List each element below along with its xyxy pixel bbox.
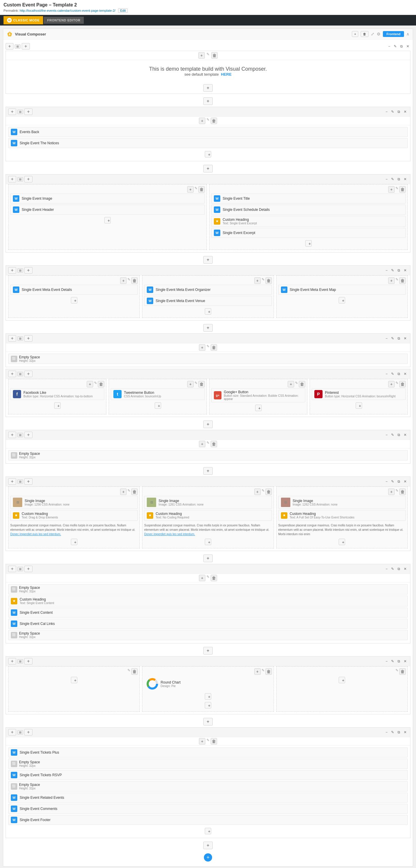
s7-col-add[interactable]: +: [199, 575, 205, 581]
s6-add2[interactable]: +: [24, 478, 32, 485]
s2-minus[interactable]: −: [384, 177, 389, 182]
s3-add2[interactable]: +: [24, 267, 32, 274]
s9-edit[interactable]: ✎: [390, 730, 395, 735]
demo-col-trash[interactable]: 🗑: [211, 52, 218, 59]
s5-copy[interactable]: ⧉: [396, 371, 401, 376]
s2-copy[interactable]: ⧉: [396, 177, 401, 182]
s6-col2-add[interactable]: +: [254, 489, 261, 495]
s5-fb-pen[interactable]: ✎: [94, 381, 97, 388]
edit-link[interactable]: Edit: [118, 8, 128, 13]
s8-col2-plus2[interactable]: +: [205, 702, 211, 709]
s6-col1-pen[interactable]: ✎: [128, 489, 130, 495]
s8-col1-trash[interactable]: 🗑: [131, 668, 138, 675]
s5b-minus[interactable]: −: [384, 432, 389, 437]
s5-fb-add[interactable]: +: [87, 381, 93, 388]
s6-col2-trash[interactable]: 🗑: [266, 489, 272, 495]
add-section-5[interactable]: +: [203, 421, 212, 428]
s9-col-trash[interactable]: 🗑: [211, 738, 217, 745]
s9-col-add[interactable]: +: [199, 738, 205, 745]
s6-col3-pen[interactable]: ✎: [395, 489, 398, 495]
add-section-6[interactable]: +: [203, 467, 212, 475]
s6-col2-pen[interactable]: ✎: [262, 489, 265, 495]
s6-copy[interactable]: ⧉: [396, 479, 401, 484]
s8-col2-add[interactable]: +: [254, 668, 261, 675]
s9-del[interactable]: ✕: [403, 730, 408, 735]
s5-add1[interactable]: +: [8, 371, 16, 377]
vc-frontend-button[interactable]: Frontend: [383, 31, 404, 37]
permalink-link[interactable]: http://localhost/the-events-calendar/cus…: [20, 9, 115, 12]
demo-col-add1[interactable]: +: [198, 52, 205, 59]
s6-col3-plus[interactable]: +: [339, 539, 345, 545]
s1-add1[interactable]: +: [8, 108, 16, 115]
s6-minus[interactable]: −: [384, 479, 389, 484]
s9-add2[interactable]: +: [24, 729, 32, 736]
s5b-add1[interactable]: +: [8, 432, 16, 438]
s8-del[interactable]: ✕: [403, 659, 408, 664]
s1-edit[interactable]: ✎: [390, 109, 395, 114]
s6-col3-add[interactable]: +: [388, 489, 394, 495]
s5-pin-plus[interactable]: +: [356, 402, 362, 409]
s5-fb-plus[interactable]: +: [54, 402, 61, 409]
s8-col2-pen[interactable]: ✎: [262, 668, 265, 675]
frontend-editor-button[interactable]: FRONTEND EDITOR: [44, 17, 84, 24]
s2-edit[interactable]: ✎: [390, 177, 395, 182]
s6-edit[interactable]: ✎: [390, 479, 395, 484]
s1-del[interactable]: ✕: [403, 109, 408, 114]
s7-del[interactable]: ✕: [403, 566, 408, 571]
classic-mode-button[interactable]: W CLASSIC MODE: [3, 16, 43, 24]
s4-copy[interactable]: ⧉: [396, 336, 401, 341]
s5b-del[interactable]: ✕: [403, 432, 408, 437]
s5-pin-trash[interactable]: 🗑: [399, 381, 406, 388]
s5b-add2[interactable]: +: [24, 432, 32, 438]
s8-add2[interactable]: +: [24, 658, 32, 664]
s5-add2[interactable]: +: [24, 371, 32, 377]
add-section-8[interactable]: +: [203, 647, 212, 654]
s5-tw-add[interactable]: +: [187, 381, 194, 388]
add-section-2[interactable]: +: [203, 165, 212, 173]
s7-col-trash[interactable]: 🗑: [211, 575, 217, 581]
s5-pin-add[interactable]: +: [388, 381, 394, 388]
s4-add1[interactable]: +: [8, 335, 16, 342]
s7-minus[interactable]: −: [384, 566, 389, 571]
s4-col-add[interactable]: +: [199, 344, 205, 351]
s9-minus[interactable]: −: [384, 730, 389, 735]
s5-gp-pen[interactable]: ✎: [295, 381, 298, 388]
s2-del[interactable]: ✕: [403, 177, 408, 182]
s8-col3-trash[interactable]: 🗑: [399, 668, 406, 675]
s5-tw-plus[interactable]: +: [155, 402, 161, 409]
add-section-3[interactable]: +: [203, 256, 212, 264]
s6-col1-plus[interactable]: +: [71, 539, 77, 545]
s5-tw-pen[interactable]: ✎: [195, 381, 198, 388]
s8-add1[interactable]: +: [8, 658, 16, 664]
s2-add2[interactable]: +: [24, 176, 32, 182]
edit-btn[interactable]: ✎: [392, 44, 398, 49]
s8-col2-plus[interactable]: +: [205, 693, 211, 700]
s1-minus[interactable]: −: [384, 109, 389, 114]
s6-col1-add[interactable]: +: [120, 489, 127, 495]
s5b-edit[interactable]: ✎: [390, 432, 395, 437]
expand-icon[interactable]: ⤢: [371, 32, 374, 36]
s8-col3-pen[interactable]: ✎: [395, 668, 398, 675]
s5-pin-pen[interactable]: ✎: [395, 381, 398, 388]
s4-minus[interactable]: −: [384, 336, 389, 341]
s2-col2-pen[interactable]: ✎: [395, 186, 398, 193]
s3-col2-pen[interactable]: ✎: [262, 277, 265, 284]
s8-col2-trash[interactable]: 🗑: [266, 668, 272, 675]
add-element-plus[interactable]: +: [22, 43, 30, 50]
s4-col-trash[interactable]: 🗑: [211, 344, 217, 351]
s5b-col-trash[interactable]: 🗑: [211, 441, 217, 447]
vc-trash-button[interactable]: 🗑: [360, 31, 369, 37]
bottom-add-section-btn[interactable]: +: [203, 842, 212, 849]
s5-del[interactable]: ✕: [403, 371, 408, 376]
s9-copy[interactable]: ⧉: [396, 730, 401, 735]
s3-col2-trash[interactable]: 🗑: [266, 277, 272, 284]
s3-col1-plus2[interactable]: +: [120, 277, 127, 284]
s1-col-add[interactable]: +: [199, 118, 205, 124]
s5-tw-trash[interactable]: 🗑: [198, 381, 205, 388]
s6-col2-plus[interactable]: +: [205, 539, 211, 545]
s3-col3-pen[interactable]: ✎: [395, 277, 398, 284]
s3-col1-trash[interactable]: 🗑: [131, 277, 138, 284]
s6-del[interactable]: ✕: [403, 479, 408, 484]
s5-gp-add[interactable]: +: [288, 381, 294, 388]
s4-del[interactable]: ✕: [403, 336, 408, 341]
